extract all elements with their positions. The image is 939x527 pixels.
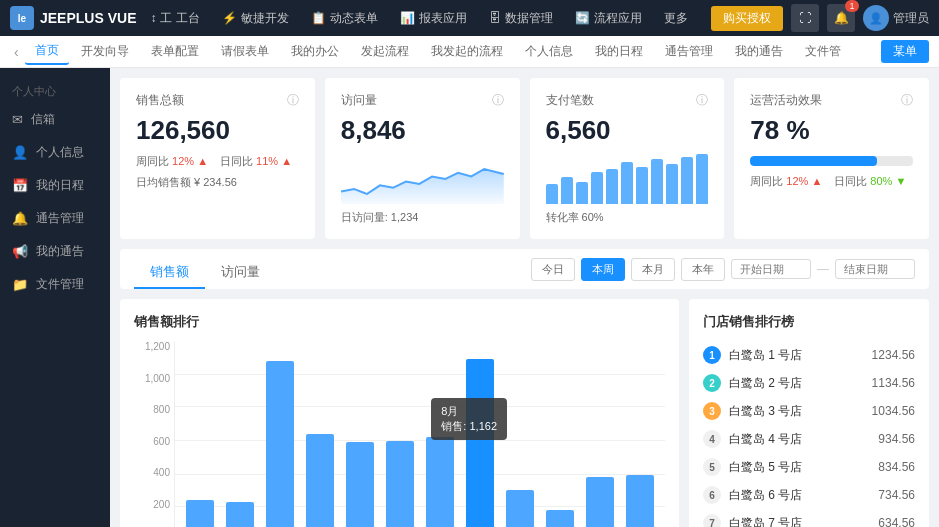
bar-1[interactable]	[186, 500, 214, 527]
stat-value-sales: 126,560	[136, 115, 299, 146]
sidebar-item-my-notice[interactable]: 📢 我的通告	[0, 235, 110, 268]
date-filter-year[interactable]: 本年	[681, 258, 725, 281]
second-nav-files[interactable]: 文件管	[795, 39, 851, 64]
stat-info-visits[interactable]: ⓘ	[492, 92, 504, 109]
rank-badge: 1	[703, 346, 721, 364]
stat-info-sales[interactable]: ⓘ	[287, 92, 299, 109]
bar-10	[681, 157, 693, 205]
start-date-input[interactable]	[731, 259, 811, 279]
bar-group-5	[343, 341, 377, 527]
nav-item-data[interactable]: 🗄 数据管理	[479, 6, 563, 31]
bar-5	[606, 169, 618, 204]
second-nav-my-work[interactable]: 我的办公	[281, 39, 349, 64]
bar-10[interactable]	[546, 510, 574, 527]
rank-badge: 6	[703, 486, 721, 504]
second-nav-form-config[interactable]: 表单配置	[141, 39, 209, 64]
bar-7[interactable]	[426, 437, 454, 527]
ranking-list: 1 白鹭岛 1 号店 1234.56 2 白鹭岛 2 号店 1134.56 3 …	[703, 341, 915, 527]
bar-3	[576, 182, 588, 205]
tab-visits[interactable]: 访问量	[205, 255, 276, 289]
second-nav-dev-guide[interactable]: 开发向导	[71, 39, 139, 64]
bar-group-4	[303, 341, 337, 527]
sidebar-item-profile[interactable]: 👤 个人信息	[0, 136, 110, 169]
expand-icon-btn[interactable]: ⛶	[791, 4, 819, 32]
second-nav-notice-mgmt[interactable]: 通告管理	[655, 39, 723, 64]
nav-item-workspace[interactable]: ↕ 工 工台	[140, 6, 209, 31]
bar-11[interactable]	[586, 477, 614, 527]
ranking-item: 1 白鹭岛 1 号店 1234.56	[703, 341, 915, 369]
bar-11	[696, 154, 708, 204]
nav-item-report[interactable]: 📊 报表应用	[390, 6, 477, 31]
bar-6[interactable]	[386, 441, 414, 528]
second-nav-schedule[interactable]: 我的日程	[585, 39, 653, 64]
bar-4[interactable]	[306, 434, 334, 527]
notification-btn[interactable]: 🔔 1	[827, 4, 855, 32]
rank-value: 834.56	[878, 460, 915, 474]
top-nav-items: ↕ 工 工台 ⚡ 敏捷开发 📋 动态表单 📊 报表应用 🗄 数据管理 🔄 流程应…	[140, 6, 707, 31]
sidebar-item-file-mgmt[interactable]: 📁 文件管理	[0, 268, 110, 301]
rank-value: 1234.56	[872, 348, 915, 362]
bar-12[interactable]	[626, 475, 654, 527]
bar-9[interactable]	[506, 490, 534, 527]
second-nav-leave-form[interactable]: 请假表单	[211, 39, 279, 64]
second-nav-start-flow[interactable]: 发起流程	[351, 39, 419, 64]
bar-8[interactable]	[466, 359, 494, 527]
date-filter-today[interactable]: 今日	[531, 258, 575, 281]
top-navigation: Ie JEEPLUS VUE ↕ 工 工台 ⚡ 敏捷开发 📋 动态表单 📊 报表…	[0, 0, 939, 36]
stat-info-payments[interactable]: ⓘ	[696, 92, 708, 109]
rank-name: 白鹭岛 7 号店	[729, 515, 870, 528]
folder-icon: 📁	[12, 277, 28, 292]
bar-group-9	[503, 341, 537, 527]
sidebar-item-inbox[interactable]: ✉ 信箱	[0, 103, 110, 136]
second-nav-personal[interactable]: 个人信息	[515, 39, 583, 64]
bar-2[interactable]	[226, 502, 254, 527]
bar-group-10	[543, 341, 577, 527]
nav-item-flow[interactable]: 🔄 流程应用	[565, 6, 652, 31]
end-date-input[interactable]	[835, 259, 915, 279]
user-icon: 👤	[12, 145, 28, 160]
ranking-item: 2 白鹭岛 2 号店 1134.56	[703, 369, 915, 397]
top-nav-right: 购买授权 ⛶ 🔔 1 👤 管理员	[711, 4, 929, 32]
bar-5[interactable]	[346, 442, 374, 527]
flow-icon: 🔄	[575, 11, 590, 25]
stat-info-ops[interactable]: ⓘ	[901, 92, 913, 109]
nav-item-agile[interactable]: ⚡ 敏捷开发	[212, 6, 299, 31]
charts-row: 销售额排行 1,200 1,000 800 600 400 200 0	[120, 299, 929, 527]
payments-bar-chart	[546, 154, 709, 204]
bar-group-2	[223, 341, 257, 527]
second-nav-my-notice[interactable]: 我的通告	[725, 39, 793, 64]
second-nav-my-flow[interactable]: 我发起的流程	[421, 39, 513, 64]
rank-value: 1034.56	[872, 404, 915, 418]
ranking-title: 门店销售排行榜	[703, 313, 915, 331]
active-module-btn[interactable]: 某单	[881, 40, 929, 63]
main-layout: 个人中心 ✉ 信箱 👤 个人信息 📅 我的日程 🔔 通告管理 📢 我的通告 📁 …	[0, 68, 939, 527]
ops-progress-container	[750, 156, 913, 166]
week-trend-sales: 12% ▲	[172, 155, 208, 167]
rank-name: 白鹭岛 6 号店	[729, 487, 870, 504]
rank-name: 白鹭岛 3 号店	[729, 403, 864, 420]
rank-value: 1134.56	[872, 376, 915, 390]
date-filter-week[interactable]: 本周	[581, 258, 625, 281]
sidebar-item-notice-mgmt[interactable]: 🔔 通告管理	[0, 202, 110, 235]
stat-value-payments: 6,560	[546, 115, 709, 146]
tab-sales[interactable]: 销售额	[134, 255, 205, 289]
stat-footer-payments: 转化率 60%	[546, 210, 709, 225]
rank-badge: 2	[703, 374, 721, 392]
sidebar-item-schedule[interactable]: 📅 我的日程	[0, 169, 110, 202]
nav-item-dynamic-form[interactable]: 📋 动态表单	[301, 6, 388, 31]
date-separator: —	[817, 262, 829, 276]
bar-3[interactable]	[266, 361, 294, 527]
bell-icon: 🔔	[12, 211, 28, 226]
admin-btn[interactable]: 👤 管理员	[863, 5, 929, 31]
day-trend-ops: 80% ▼	[870, 175, 906, 187]
stat-title-sales: 销售总额	[136, 92, 184, 109]
purchase-button[interactable]: 购买授权	[711, 6, 783, 31]
nav-item-more[interactable]: 更多	[654, 6, 698, 31]
stat-card-ops: 运营活动效果 ⓘ 78 % 周同比 12% ▲ 日同比 80% ▼	[734, 78, 929, 239]
sidebar: 个人中心 ✉ 信箱 👤 个人信息 📅 我的日程 🔔 通告管理 📢 我的通告 📁 …	[0, 68, 110, 527]
second-nav-home[interactable]: 首页	[25, 38, 69, 65]
stat-header-visits: 访问量 ⓘ	[341, 92, 504, 109]
rank-value: 934.56	[878, 432, 915, 446]
date-filter-month[interactable]: 本月	[631, 258, 675, 281]
nav-arrow-left[interactable]: ‹	[10, 44, 23, 60]
